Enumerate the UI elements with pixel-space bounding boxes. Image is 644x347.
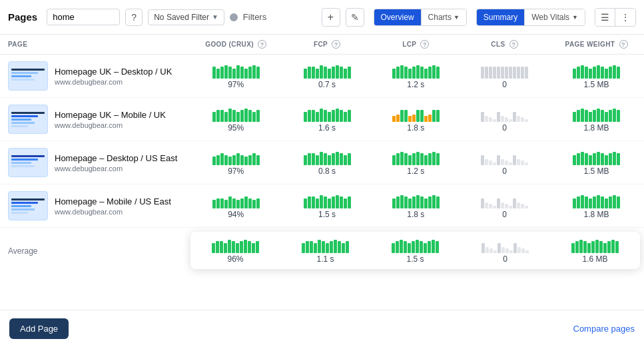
avg-metric-value-avg-fcp: 1.1 s bbox=[286, 254, 365, 264]
metric-cell-lcp: 1.8 s bbox=[372, 98, 460, 141]
avg-metric-cell-avg-good-crux: 96% bbox=[190, 237, 280, 264]
cls-help-icon[interactable]: ? bbox=[509, 40, 518, 49]
view-toggle: ☰ ⋮ bbox=[595, 8, 636, 27]
metric-value-page-weight: 1.8 MB bbox=[557, 123, 636, 133]
metric-value-good-crux: 97% bbox=[197, 167, 274, 176]
tab-charts[interactable]: Charts ▼ bbox=[422, 9, 466, 25]
metric-value-lcp: 1.2 s bbox=[380, 80, 452, 89]
metric-value-cls: 0 bbox=[468, 80, 541, 89]
help-icon[interactable]: ? bbox=[125, 9, 143, 26]
col-page: PAGE bbox=[0, 35, 189, 55]
list-view-button[interactable]: ☰ bbox=[595, 9, 615, 26]
filters-label: Filters bbox=[243, 12, 266, 22]
metric-value-fcp: 1.6 s bbox=[290, 123, 363, 133]
table-row[interactable]: Homepage UK – Desktop / UKwww.debugbear.… bbox=[0, 55, 644, 98]
metric-value-cls: 0 bbox=[468, 167, 541, 176]
metric-cell-fcp: 1.5 s bbox=[282, 184, 371, 228]
page-title: Pages bbox=[8, 11, 37, 23]
tab-overview[interactable]: Overview bbox=[374, 9, 422, 25]
metric-cell-lcp: 1.2 s bbox=[372, 55, 460, 98]
avg-metric-value-avg-cls: 0 bbox=[466, 254, 545, 264]
metric-cell-cls: 0 bbox=[460, 98, 549, 141]
page-name: Homepage – Desktop / US East bbox=[55, 153, 177, 163]
compare-pages-link[interactable]: Compare pages bbox=[573, 324, 635, 334]
saved-filter-button[interactable]: No Saved Filter ▼ bbox=[148, 9, 224, 25]
metric-cell-good-crux: 97% bbox=[189, 141, 282, 184]
metric-value-page-weight: 1.8 MB bbox=[557, 210, 636, 219]
table-row[interactable]: Homepage – Mobile / US Eastwww.debugbear… bbox=[0, 184, 644, 228]
avg-metric-value-avg-page-weight: 1.6 MB bbox=[555, 254, 635, 264]
metric-value-fcp: 0.8 s bbox=[290, 167, 363, 176]
page-url: www.debugbear.com bbox=[55, 208, 171, 216]
metric-cell-cls: 0 bbox=[460, 141, 549, 184]
metric-value-page-weight: 1.5 MB bbox=[557, 80, 636, 89]
col-lcp: LCP ? bbox=[372, 35, 460, 55]
grid-view-button[interactable]: ⋮ bbox=[615, 9, 635, 26]
average-label: Average bbox=[0, 240, 186, 261]
avg-metric-cell-avg-fcp: 1.1 s bbox=[280, 237, 370, 264]
table-row[interactable]: Homepage UK – Mobile / UKwww.debugbear.c… bbox=[0, 98, 644, 141]
metric-cell-cls: 0 bbox=[460, 55, 549, 98]
avg-metric-value-avg-lcp: 1.5 s bbox=[376, 254, 455, 264]
metric-value-good-crux: 97% bbox=[197, 80, 274, 89]
page-url: www.debugbear.com bbox=[55, 78, 172, 86]
col-fcp: FCP ? bbox=[282, 35, 371, 55]
metric-value-page-weight: 1.5 MB bbox=[557, 167, 636, 176]
metric-cell-good-crux: 94% bbox=[189, 184, 282, 228]
metric-cell-good-crux: 97% bbox=[189, 55, 282, 98]
avg-metric-cell-avg-page-weight: 1.6 MB bbox=[550, 237, 640, 264]
col-cls: CLS ? bbox=[460, 35, 549, 55]
overview-charts-tabs: Overview Charts ▼ bbox=[374, 9, 467, 26]
filter-label: No Saved Filter bbox=[154, 13, 209, 22]
summary-webvitals-tabs: Summary Web Vitals ▼ bbox=[476, 9, 585, 26]
metric-value-lcp: 1.8 s bbox=[380, 123, 452, 133]
tab-web-vitals[interactable]: Web Vitals ▼ bbox=[525, 9, 585, 25]
metric-value-lcp: 1.8 s bbox=[380, 210, 452, 219]
add-button[interactable]: + bbox=[322, 8, 340, 27]
page-name: Homepage – Mobile / US East bbox=[55, 196, 171, 206]
header: Pages ? No Saved Filter ▼ Filters + ✎ Ov… bbox=[0, 0, 644, 35]
metric-cell-good-crux: 95% bbox=[189, 98, 282, 141]
metric-cell-page-weight: 1.8 MB bbox=[549, 98, 644, 141]
avg-metric-value-avg-good-crux: 96% bbox=[196, 254, 275, 264]
fcp-help-icon[interactable]: ? bbox=[332, 40, 340, 49]
col-page-weight: PAGE WEIGHT ? bbox=[549, 35, 644, 55]
metric-cell-page-weight: 1.5 MB bbox=[549, 141, 644, 184]
page-url: www.debugbear.com bbox=[55, 165, 177, 173]
metric-cell-fcp: 1.6 s bbox=[282, 98, 371, 141]
page-weight-help-icon[interactable]: ? bbox=[619, 40, 628, 49]
page-cell: Homepage – Desktop / US Eastwww.debugbea… bbox=[0, 141, 189, 184]
tab-summary[interactable]: Summary bbox=[477, 9, 525, 25]
page-name: Homepage UK – Mobile / UK bbox=[55, 110, 166, 120]
metric-cell-page-weight: 1.5 MB bbox=[549, 55, 644, 98]
page-url: www.debugbear.com bbox=[55, 121, 166, 129]
avg-metric-cell-avg-cls: 0 bbox=[460, 237, 550, 264]
metric-value-fcp: 1.5 s bbox=[290, 210, 363, 219]
page-name: Homepage UK – Desktop / UK bbox=[55, 67, 172, 77]
col-good-crux: GOOD (CRUX) ? bbox=[189, 35, 282, 55]
filter-dot bbox=[230, 13, 238, 21]
good-crux-help-icon[interactable]: ? bbox=[258, 40, 266, 49]
metric-value-lcp: 1.2 s bbox=[380, 167, 452, 176]
edit-button[interactable]: ✎ bbox=[346, 8, 364, 27]
lcp-help-icon[interactable]: ? bbox=[420, 40, 429, 49]
metric-value-cls: 0 bbox=[468, 123, 541, 133]
metric-cell-fcp: 0.8 s bbox=[282, 141, 371, 184]
metric-cell-cls: 0 bbox=[460, 184, 549, 228]
metric-cell-lcp: 1.2 s bbox=[372, 141, 460, 184]
search-input[interactable] bbox=[47, 9, 120, 25]
metric-cell-lcp: 1.8 s bbox=[372, 184, 460, 228]
avg-metric-cell-avg-lcp: 1.5 s bbox=[370, 237, 460, 264]
metric-value-good-crux: 95% bbox=[197, 123, 274, 133]
metric-value-cls: 0 bbox=[468, 210, 541, 219]
page-cell: Homepage UK – Desktop / UKwww.debugbear.… bbox=[0, 55, 189, 98]
metric-cell-fcp: 0.7 s bbox=[282, 55, 371, 98]
pages-table: PAGE GOOD (CRUX) ? FCP ? LCP ? CLS ? bbox=[0, 35, 644, 228]
metric-value-good-crux: 94% bbox=[197, 210, 274, 219]
table-row[interactable]: Homepage – Desktop / US Eastwww.debugbea… bbox=[0, 141, 644, 184]
metric-value-fcp: 0.7 s bbox=[290, 80, 363, 89]
metric-cell-page-weight: 1.8 MB bbox=[549, 184, 644, 228]
page-cell: Homepage UK – Mobile / UKwww.debugbear.c… bbox=[0, 98, 189, 141]
page-cell: Homepage – Mobile / US Eastwww.debugbear… bbox=[0, 184, 189, 228]
add-page-button[interactable]: Add Page bbox=[9, 318, 69, 339]
